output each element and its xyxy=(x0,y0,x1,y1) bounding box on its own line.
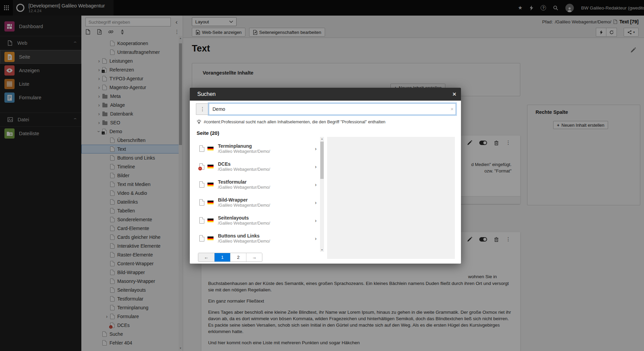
chevron-right-icon: › xyxy=(315,235,317,241)
pagination-prev-button[interactable]: ← xyxy=(198,253,214,262)
result-title: Buttons und Links xyxy=(218,233,270,239)
search-results: Terminplanung /Galileo Webagentur/Demo/ … xyxy=(196,140,320,247)
scroll-down-icon[interactable]: ▼ xyxy=(320,249,324,251)
app-root: [Development] Galileo Webagentur 12.4.24… xyxy=(0,0,644,351)
chevron-right-icon: › xyxy=(315,182,317,187)
result-detail-pane xyxy=(327,137,455,259)
chevron-right-icon: › xyxy=(315,146,317,151)
chevron-right-icon: › xyxy=(315,164,317,169)
german-flag-icon xyxy=(207,147,214,150)
search-result-row[interactable]: DCEs /Galileo Webagentur/Demo/ › xyxy=(196,158,320,176)
search-hint-text: #content:Professional sucht nach allen I… xyxy=(204,120,385,124)
clear-icon[interactable]: × xyxy=(450,106,454,112)
result-path: /Galileo Webagentur/Demo/ xyxy=(218,149,270,154)
result-title: Bild-Wrapper xyxy=(218,197,270,203)
german-flag-icon xyxy=(207,165,214,168)
result-title: DCEs xyxy=(218,161,270,167)
search-modal: Suchen × ⋮ × #content:Professional sucht… xyxy=(190,88,461,264)
chevron-right-icon: › xyxy=(315,200,317,205)
page-icon xyxy=(199,217,204,224)
page-icon xyxy=(199,145,204,152)
result-title: Terminplanung xyxy=(218,143,270,149)
pagination-next-button[interactable]: → xyxy=(246,253,262,262)
pagination-page-1[interactable]: 1 xyxy=(214,253,230,262)
close-icon[interactable]: × xyxy=(452,90,456,98)
search-result-row[interactable]: Buttons und Links /Galileo Webagentur/De… xyxy=(196,229,320,247)
result-path: /Galileo Webagentur/Demo/ xyxy=(218,167,270,172)
search-result-row[interactable]: Bild-Wrapper /Galileo Webagentur/Demo/ › xyxy=(196,193,320,211)
modal-search-field: × xyxy=(209,103,456,115)
search-options-kebab-icon[interactable]: ⋮ xyxy=(196,103,209,115)
pagination-page-2[interactable]: 2 xyxy=(230,253,246,262)
results-scrollbar-thumb[interactable] xyxy=(320,142,324,179)
german-flag-icon xyxy=(207,201,214,204)
lightbulb-icon xyxy=(197,119,201,125)
modal-header: Suchen × xyxy=(190,88,461,101)
german-flag-icon xyxy=(207,236,214,240)
modal-search-input[interactable] xyxy=(209,104,456,115)
scroll-up-icon[interactable]: ▲ xyxy=(320,138,324,140)
page-icon xyxy=(199,235,204,242)
page-icon xyxy=(199,181,204,188)
result-group-title: Seite (20) xyxy=(197,130,219,136)
pagination: ← 1 2 → xyxy=(198,253,262,262)
search-hint: #content:Professional sucht nach allen I… xyxy=(197,119,385,125)
page-icon xyxy=(199,163,204,170)
result-title: Testformular xyxy=(218,179,270,185)
result-path: /Galileo Webagentur/Demo/ xyxy=(218,185,270,190)
results-scrollbar[interactable]: ▲ ▼ xyxy=(320,137,324,252)
result-path: /Galileo Webagentur/Demo/ xyxy=(218,203,270,208)
chevron-right-icon: › xyxy=(315,218,317,223)
page-icon xyxy=(199,199,204,206)
result-title: Seitenlayouts xyxy=(218,215,270,221)
modal-title: Suchen xyxy=(197,91,216,97)
german-flag-icon xyxy=(207,219,214,222)
search-result-row[interactable]: Terminplanung /Galileo Webagentur/Demo/ … xyxy=(196,140,320,158)
german-flag-icon xyxy=(207,183,214,186)
search-result-row[interactable]: Seitenlayouts /Galileo Webagentur/Demo/ … xyxy=(196,211,320,229)
result-path: /Galileo Webagentur/Demo/ xyxy=(218,221,270,226)
result-path: /Galileo Webagentur/Demo/ xyxy=(218,239,270,244)
search-result-row[interactable]: Testformular /Galileo Webagentur/Demo/ › xyxy=(196,176,320,193)
